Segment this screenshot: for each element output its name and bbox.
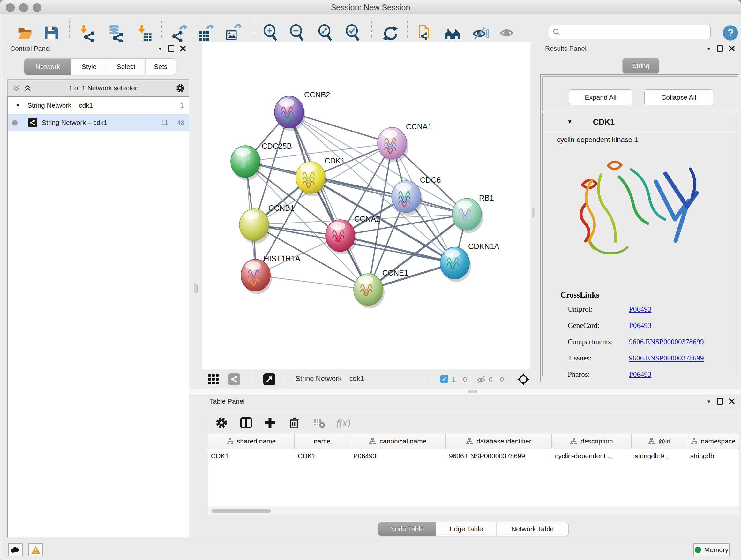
crosslink-link[interactable]: 9606.ENSP00000378699 <box>629 338 704 346</box>
open-session-button[interactable] <box>16 24 34 42</box>
zoom-fit-button[interactable] <box>317 24 334 42</box>
expand-all-button[interactable]: Expand All <box>569 89 632 105</box>
shared-column-icon <box>570 438 577 445</box>
create-column-plus-icon[interactable] <box>264 416 276 429</box>
network-node-count: 11 <box>161 119 168 126</box>
export-table-button[interactable] <box>197 24 215 42</box>
shared-column-icon <box>369 438 376 445</box>
delete-table-icon[interactable] <box>313 416 326 429</box>
close-panel-icon[interactable] <box>180 46 186 51</box>
zoom-selected-button[interactable] <box>344 24 362 42</box>
network-share-button[interactable] <box>228 373 240 385</box>
delete-column-trash-icon[interactable] <box>288 416 300 429</box>
tab-sets[interactable]: Sets <box>145 59 176 75</box>
memory-button[interactable]: Memory <box>693 543 730 556</box>
collapse-panel-icon[interactable]: ▼ <box>706 46 711 51</box>
network-canvas[interactable]: CCNB2CCNA1CDC25BCDK1CDC6RB1CCNB1CCNA2CDK… <box>202 42 530 369</box>
import-network-database-button[interactable] <box>106 24 124 42</box>
tab-network[interactable]: Network <box>24 59 71 75</box>
collapse-all-networks-icon[interactable] <box>23 84 32 92</box>
open-folder-icon <box>17 24 33 41</box>
show-columns-icon[interactable] <box>239 416 253 429</box>
hide-selected-button[interactable] <box>471 24 489 42</box>
float-panel-icon[interactable] <box>168 45 174 52</box>
vertical-splitter-handle-right[interactable] <box>532 208 536 217</box>
selected-indicator-checkbox[interactable]: ✓ <box>441 375 448 383</box>
eye-slash-icon <box>472 24 489 42</box>
search-input[interactable] <box>563 28 711 36</box>
network-list-options-gear-icon[interactable] <box>176 83 185 93</box>
crosslink-link[interactable]: P06493 <box>629 370 651 379</box>
memory-status-dot-icon <box>695 547 701 553</box>
cell-id[interactable]: stringdb:9... <box>631 449 687 462</box>
first-neighbors-button[interactable] <box>444 24 462 42</box>
network-collection-row[interactable]: ▼ String Network – cdk1 1 <box>8 97 189 114</box>
close-panel-icon[interactable] <box>729 398 735 404</box>
float-panel-icon[interactable] <box>717 398 723 405</box>
save-session-button[interactable] <box>43 24 60 42</box>
column-header-namespace[interactable]: namespace <box>687 434 739 449</box>
column-header-name[interactable]: name <box>294 434 350 449</box>
warnings-button[interactable] <box>28 543 43 556</box>
protein-card-header[interactable]: ▼ CDK1 <box>542 113 737 131</box>
splitter-strip[interactable] <box>189 389 741 394</box>
open-in-string-button[interactable] <box>263 373 275 385</box>
import-table-button[interactable] <box>135 24 153 42</box>
refresh-layout-icon <box>382 24 399 42</box>
shared-column-icon <box>648 438 655 445</box>
birds-eye-view-button[interactable] <box>207 373 219 387</box>
hidden-indicator[interactable] <box>476 374 487 386</box>
column-header-canonical-name[interactable]: canonical name <box>350 434 446 449</box>
table-row[interactable]: CDK1 CDK1 P06493 9606.ENSP00000378699 cy… <box>208 449 739 462</box>
scrollbar-thumb[interactable] <box>212 509 271 513</box>
export-network-button[interactable] <box>170 24 188 42</box>
network-graph[interactable]: CCNB2CCNA1CDC25BCDK1CDC6RB1CCNB1CCNA2CDK… <box>202 42 530 369</box>
show-all-button[interactable] <box>499 24 517 42</box>
tab-edge-table[interactable]: Edge Table <box>436 522 496 536</box>
column-header-description[interactable]: description <box>552 434 631 449</box>
network-row-selected[interactable]: String Network – cdk1 11 48 <box>8 114 189 131</box>
zoom-out-button[interactable] <box>288 24 306 42</box>
table-horizontal-scrollbar[interactable] <box>208 507 739 515</box>
tab-style[interactable]: Style <box>71 59 107 75</box>
column-header-id[interactable]: @id <box>631 434 687 449</box>
crosslink-link[interactable]: P06493 <box>629 305 651 314</box>
table-options-gear-icon[interactable] <box>215 416 228 429</box>
string-results-container: Expand All Collapse All ▼ CDK1 cyclin-de… <box>540 74 739 382</box>
help-button[interactable]: ? <box>722 24 739 42</box>
tab-string[interactable]: String <box>623 58 659 73</box>
column-header-shared-name[interactable]: shared name <box>208 434 294 449</box>
collapse-card-icon[interactable]: ▼ <box>567 119 572 125</box>
function-builder-icon[interactable]: f(x) <box>336 417 350 429</box>
cell-name[interactable]: CDK1 <box>294 449 350 462</box>
horizontal-splitter-handle[interactable] <box>468 390 477 393</box>
tab-network-table[interactable]: Network Table <box>496 522 568 536</box>
collapse-all-button[interactable]: Collapse All <box>644 89 713 105</box>
cell-shared-name[interactable]: CDK1 <box>208 449 294 462</box>
cell-namespace[interactable]: stringdb <box>687 449 739 462</box>
float-panel-icon[interactable] <box>717 45 723 52</box>
cloud-status-button[interactable] <box>8 543 23 556</box>
vertical-splitter-handle-left[interactable] <box>194 284 198 293</box>
column-header-database-identifier[interactable]: database identifier <box>446 434 552 449</box>
export-image-button[interactable] <box>224 24 242 42</box>
apply-layout-button[interactable] <box>381 24 399 42</box>
grid-icon <box>207 373 219 385</box>
cell-description[interactable]: cyclin-dependent ... <box>552 449 631 462</box>
cell-database-identifier[interactable]: 9606.ENSP00000378699 <box>446 449 552 462</box>
tab-node-table[interactable]: Node Table <box>378 522 436 536</box>
pan-mode-button[interactable] <box>517 373 530 387</box>
collection-expand-icon[interactable]: ▼ <box>15 103 20 108</box>
collapse-panel-icon[interactable]: ▼ <box>706 399 711 404</box>
expand-all-networks-icon[interactable] <box>12 84 20 92</box>
import-network-file-button[interactable] <box>79 24 97 42</box>
crosslink-link[interactable]: 9606.ENSP00000378699 <box>629 354 704 362</box>
cell-canonical-name[interactable]: P06493 <box>350 449 446 462</box>
tab-select[interactable]: Select <box>107 59 145 75</box>
clone-network-button[interactable] <box>415 24 433 42</box>
results-panel-title: Results Panel <box>545 45 587 52</box>
crosslink-link[interactable]: P06493 <box>629 321 651 330</box>
collapse-panel-icon[interactable]: ▼ <box>158 46 162 51</box>
close-panel-icon[interactable] <box>729 46 735 51</box>
zoom-in-button[interactable] <box>262 24 280 42</box>
